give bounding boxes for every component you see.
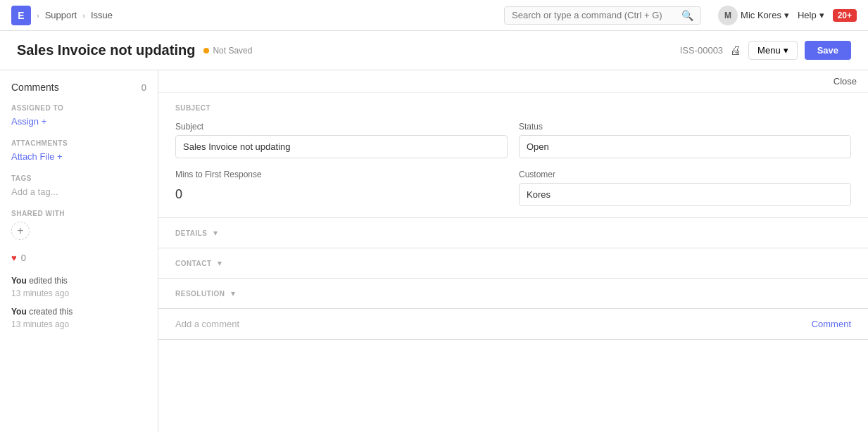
customer-field: Customer <box>519 170 851 206</box>
close-button[interactable]: Close <box>834 76 857 87</box>
menu-button[interactable]: Menu ▾ <box>748 41 798 60</box>
page-header: Sales Invoice not updating Not Saved ISS… <box>0 31 868 70</box>
status-label: Status <box>519 122 851 132</box>
mins-value: 0 <box>175 183 508 206</box>
details-label: DETAILS <box>175 229 208 237</box>
content-area: Close SUBJECT Subject Status Mins to Fir… <box>158 70 868 432</box>
issue-id: ISS-00003 <box>680 45 723 56</box>
close-row: Close <box>158 70 868 93</box>
comments-row: Comments 0 <box>11 82 146 93</box>
resolution-section[interactable]: RESOLUTION ▾ <box>158 279 868 309</box>
details-section[interactable]: DETAILS ▾ <box>158 218 868 248</box>
attachments-label: ATTACHMENTS <box>11 139 146 147</box>
top-navigation: E › Support › Issue 🔍 M Mic Kores ▾ Help… <box>0 0 868 31</box>
page-header-actions: ISS-00003 🖨 Menu ▾ Save <box>680 41 851 60</box>
shared-with-section: SHARED WITH + <box>11 210 146 240</box>
tags-label: TAGS <box>11 174 146 182</box>
customer-label: Customer <box>519 170 851 179</box>
help-menu[interactable]: Help ▾ <box>798 10 824 20</box>
activity-item-1: You edited this 13 minutes ago <box>11 274 146 300</box>
search-icon: 🔍 <box>681 10 693 21</box>
mins-field: Mins to First Response 0 <box>175 170 508 206</box>
tags-section: TAGS Add a tag... <box>11 174 146 197</box>
comments-label: Comments <box>11 82 59 93</box>
shared-with-label: SHARED WITH <box>11 210 146 217</box>
add-tag-link[interactable]: Add a tag... <box>11 186 58 197</box>
assign-link[interactable]: Assign + <box>11 116 146 127</box>
not-saved-badge: Not Saved <box>203 46 252 56</box>
attach-file-link[interactable]: Attach File + <box>11 151 146 162</box>
subject-section-heading: SUBJECT <box>175 104 851 112</box>
search-input[interactable] <box>512 10 677 20</box>
user-menu[interactable]: M Mic Kores ▾ <box>718 6 789 25</box>
subject-label: Subject <box>175 122 508 132</box>
contact-label: CONTACT <box>175 260 212 267</box>
details-chevron-icon: ▾ <box>213 228 218 238</box>
status-input[interactable] <box>519 135 851 158</box>
notifications-badge[interactable]: 20+ <box>833 9 857 22</box>
likes-row: ♥ 0 <box>11 253 146 263</box>
activity-item-2: You created this 13 minutes ago <box>11 305 146 331</box>
breadcrumb-support[interactable]: Support <box>45 10 77 20</box>
main-layout: Comments 0 ASSIGNED TO Assign + ATTACHME… <box>0 70 868 432</box>
resolution-chevron-icon: ▾ <box>231 288 235 298</box>
avatar: M <box>718 6 738 25</box>
nav-right-actions: M Mic Kores ▾ Help ▾ 20+ <box>718 6 857 25</box>
heart-icon: ♥ <box>11 253 17 263</box>
mins-label: Mins to First Response <box>175 170 508 179</box>
user-dropdown-chevron: ▾ <box>784 10 789 20</box>
subject-field: Subject <box>175 122 508 158</box>
assigned-to-label: ASSIGNED TO <box>11 104 146 112</box>
contact-section[interactable]: CONTACT ▾ <box>158 248 868 279</box>
comment-placeholder[interactable]: Add a comment <box>175 319 239 329</box>
help-label: Help <box>798 10 817 20</box>
customer-input[interactable] <box>519 183 851 206</box>
page-title: Sales Invoice not updating <box>17 42 195 58</box>
resolution-label: RESOLUTION <box>175 290 225 298</box>
app-logo: E <box>11 6 31 25</box>
menu-chevron-icon: ▾ <box>784 45 788 56</box>
not-saved-dot <box>203 48 209 53</box>
comment-area: Add a comment Comment <box>158 309 868 340</box>
shared-plus-button[interactable]: + <box>11 222 30 240</box>
comments-count: 0 <box>141 82 146 93</box>
breadcrumb-chevron-1: › <box>37 11 39 20</box>
breadcrumb-chevron-2: › <box>82 11 85 20</box>
form-grid: Subject Status Mins to First Response 0 … <box>175 122 851 206</box>
comment-button[interactable]: Comment <box>812 319 851 329</box>
search-bar[interactable]: 🔍 <box>504 6 701 25</box>
likes-count: 0 <box>21 253 26 263</box>
assigned-to-section: ASSIGNED TO Assign + <box>11 104 146 127</box>
contact-chevron-icon: ▾ <box>218 258 222 268</box>
breadcrumb-issue[interactable]: Issue <box>91 10 113 20</box>
help-dropdown-chevron: ▾ <box>819 10 824 20</box>
print-icon[interactable]: 🖨 <box>730 44 741 57</box>
subject-section: SUBJECT Subject Status Mins to First Res… <box>158 93 868 218</box>
not-saved-label: Not Saved <box>213 46 252 56</box>
sidebar: Comments 0 ASSIGNED TO Assign + ATTACHME… <box>0 70 158 432</box>
save-button[interactable]: Save <box>805 41 851 60</box>
subject-input[interactable] <box>175 135 508 158</box>
status-field: Status <box>519 122 851 158</box>
user-name: Mic Kores <box>741 10 781 20</box>
attachments-section: ATTACHMENTS Attach File + <box>11 139 146 162</box>
